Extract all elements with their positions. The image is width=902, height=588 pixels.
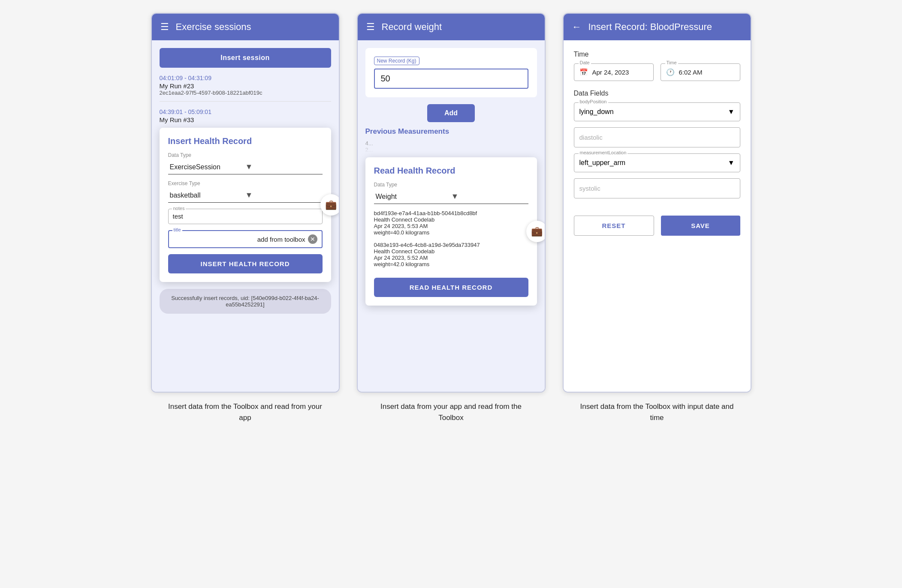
dropdown-arrow3-icon: ▼ bbox=[451, 192, 527, 201]
diastolic-field[interactable]: diastolic bbox=[574, 127, 740, 147]
weight-input[interactable] bbox=[374, 69, 528, 89]
phone3-header: ← Insert Record: BloodPressure bbox=[564, 14, 751, 40]
time-value: 6:02 AM bbox=[679, 69, 703, 76]
dropdown-arrow4-icon: ▼ bbox=[728, 108, 735, 116]
phone2-header: ☰ Record weight bbox=[358, 14, 545, 40]
measurement-uid-2: 0483e193-e4c6-4cb8-a19d-3e95da733947 bbox=[374, 242, 528, 248]
phone1-frame: ☰ Exercise sessions Insert session 04:01… bbox=[151, 13, 340, 393]
measurement-value-2: weight=42.0 kilograms bbox=[374, 261, 528, 267]
session-uid-1: 2ec1eaa2-97f5-4597-b908-18221abf019c bbox=[160, 90, 331, 96]
phone2-caption: Insert data from your app and read from … bbox=[370, 401, 533, 423]
notes-field[interactable]: notes bbox=[168, 209, 323, 224]
read-health-record-modal: Read Health Record Data Type Weight ▼ bd… bbox=[365, 157, 537, 306]
partial-measurements: Previous Measurements 4... 2... bbox=[365, 127, 537, 153]
add-weight-button[interactable]: Add bbox=[427, 104, 475, 122]
phone3-frame: ← Insert Record: BloodPressure Time Date… bbox=[563, 13, 751, 393]
date-value: Apr 24, 2023 bbox=[592, 69, 629, 76]
data-type-value: ExerciseSession bbox=[170, 163, 245, 171]
hamburger-icon[interactable]: ☰ bbox=[160, 21, 169, 33]
measurement-item-2: 0483e193-e4c6-4cb8-a19d-3e95da733947 Hea… bbox=[374, 242, 528, 267]
session-name-1: My Run #23 bbox=[160, 82, 331, 90]
read-data-type-value: Weight bbox=[376, 193, 451, 201]
title-field[interactable]: title ✕ bbox=[168, 230, 323, 248]
phone1-caption: Insert data from the Toolbox and read fr… bbox=[164, 401, 327, 423]
data-fields-section-label: Data Fields bbox=[574, 90, 740, 97]
title-label: title bbox=[172, 227, 182, 232]
reset-button[interactable]: RESET bbox=[574, 216, 654, 236]
read-modal-title: Read Health Record bbox=[374, 166, 528, 176]
modal-title: Insert Health Record bbox=[168, 136, 323, 146]
toolbox-button[interactable]: 💼 bbox=[320, 194, 340, 216]
exercise-type-value: basketball bbox=[170, 192, 245, 199]
session-name-2: My Run #33 bbox=[160, 116, 331, 123]
exercise-type-label: Exercise Type bbox=[168, 180, 323, 186]
session-item-2: 04:39:01 - 05:09:01 My Run #33 bbox=[160, 108, 331, 123]
measurement-uid-1: bd4f193e-e7a4-41aa-b1bb-50441b8cd8bf bbox=[374, 210, 528, 216]
data-type-select[interactable]: ExerciseSession ▼ bbox=[168, 160, 323, 174]
phone1-title: Exercise sessions bbox=[176, 21, 251, 33]
notes-input[interactable] bbox=[173, 213, 318, 220]
measurement-source-1: Health Connect Codelab bbox=[374, 216, 528, 223]
session-item-1: 04:01:09 - 04:31:09 My Run #23 2ec1eaa2-… bbox=[160, 75, 331, 96]
phone3-title: Insert Record: BloodPressure bbox=[588, 21, 712, 33]
data-type-label: Data Type bbox=[168, 152, 323, 158]
measurement-value-1: weight=40.0 kilograms bbox=[374, 229, 528, 236]
phone2-body: New Record (Kg) Add Previous Measurement… bbox=[358, 40, 545, 392]
insert-session-button[interactable]: Insert session bbox=[160, 48, 331, 68]
calendar-icon: 📅 bbox=[579, 68, 588, 76]
session-time-2: 04:39:01 - 05:09:01 bbox=[160, 108, 331, 115]
save-button[interactable]: SAVE bbox=[661, 216, 740, 236]
phone3-body: Time Date 📅 Apr 24, 2023 Time 🕐 6:02 AM … bbox=[564, 40, 751, 392]
date-field[interactable]: Date 📅 Apr 24, 2023 bbox=[574, 63, 654, 81]
measurement-location-value: left_upper_arm bbox=[579, 159, 626, 167]
measurement-item-1: bd4f193e-e7a4-41aa-b1bb-50441b8cd8bf Hea… bbox=[374, 210, 528, 236]
exercise-type-select[interactable]: basketball ▼ bbox=[168, 188, 323, 203]
phone1-body: Insert session 04:01:09 - 04:31:09 My Ru… bbox=[152, 40, 339, 392]
success-message: Successfully insert records, uid: [540e0… bbox=[160, 289, 331, 314]
weight-input-container: New Record (Kg) bbox=[365, 48, 537, 97]
read-data-type-select[interactable]: Weight ▼ bbox=[374, 189, 528, 204]
measurement-location-dropdown[interactable]: measurementLocation left_upper_arm ▼ bbox=[574, 153, 740, 172]
phone3-caption: Insert data from the Toolbox with input … bbox=[576, 401, 739, 423]
phone1-header: ☰ Exercise sessions bbox=[152, 14, 339, 40]
measurement-time-1: Apr 24 2023, 5:53 AM bbox=[374, 223, 528, 229]
measurement-location-label: measurementLocation bbox=[579, 150, 628, 155]
measurement-source-2: Health Connect Codelab bbox=[374, 248, 528, 255]
phone2-frame: ☰ Record weight New Record (Kg) Add Prev… bbox=[357, 13, 546, 393]
briefcase2-icon: 💼 bbox=[531, 226, 543, 237]
clock-icon: 🕐 bbox=[666, 68, 675, 76]
session-time-1: 04:01:09 - 04:31:09 bbox=[160, 75, 331, 81]
briefcase-icon: 💼 bbox=[325, 199, 337, 210]
dropdown-arrow2-icon: ▼ bbox=[245, 191, 321, 200]
read-data-type-label: Data Type bbox=[374, 182, 528, 188]
phone2-title: Record weight bbox=[382, 21, 442, 33]
back-arrow-icon[interactable]: ← bbox=[572, 21, 582, 33]
toolbox-button-2[interactable]: 💼 bbox=[526, 221, 546, 242]
body-position-value: lying_down bbox=[579, 108, 614, 116]
date-time-row: Date 📅 Apr 24, 2023 Time 🕐 6:02 AM bbox=[574, 63, 740, 81]
body-position-dropdown[interactable]: bodyPosition lying_down ▼ bbox=[574, 102, 740, 121]
time-field-label: Time bbox=[665, 60, 678, 65]
insert-health-record-modal: Insert Health Record Data Type ExerciseS… bbox=[160, 128, 331, 282]
prev-measurements-label: Previous Measurements bbox=[365, 127, 537, 136]
time-field[interactable]: Time 🕐 6:02 AM bbox=[661, 63, 740, 81]
date-field-label: Date bbox=[579, 60, 591, 65]
read-health-record-button[interactable]: READ HEALTH RECORD bbox=[374, 278, 528, 297]
systolic-field[interactable]: systolic bbox=[574, 178, 740, 198]
bottom-buttons: RESET SAVE bbox=[574, 216, 740, 236]
insert-health-record-button[interactable]: INSERT HEALTH RECORD bbox=[168, 254, 323, 273]
notes-label: notes bbox=[172, 206, 186, 211]
measurement-time-2: Apr 24 2023, 5:52 AM bbox=[374, 255, 528, 261]
new-record-label: New Record (Kg) bbox=[374, 57, 419, 65]
dropdown-arrow-icon: ▼ bbox=[245, 162, 321, 171]
dropdown-arrow5-icon: ▼ bbox=[728, 159, 735, 167]
hamburger2-icon[interactable]: ☰ bbox=[366, 21, 375, 33]
title-input[interactable] bbox=[173, 236, 305, 243]
clear-title-button[interactable]: ✕ bbox=[308, 234, 317, 244]
session-divider bbox=[160, 101, 331, 102]
time-section-label: Time bbox=[574, 51, 740, 58]
body-position-label: bodyPosition bbox=[579, 99, 608, 104]
